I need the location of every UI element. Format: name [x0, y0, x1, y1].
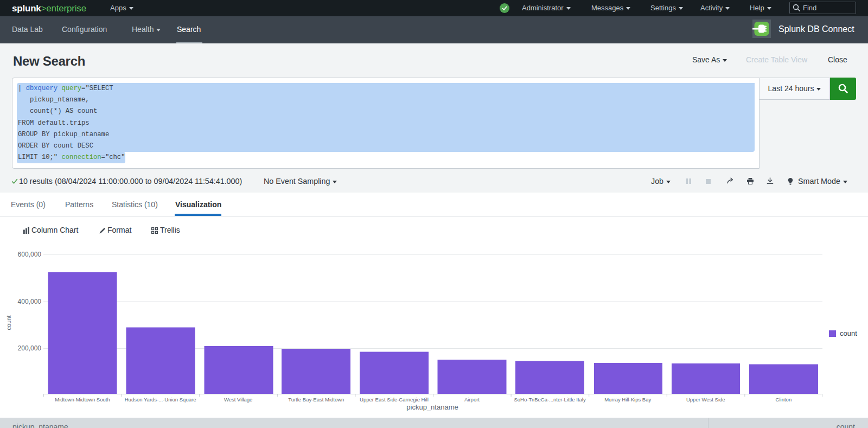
svg-text:Turtle Bay-East Midtown: Turtle Bay-East Midtown	[288, 397, 344, 403]
svg-text:Upper West Side: Upper West Side	[686, 397, 725, 403]
svg-text:400,000: 400,000	[18, 298, 42, 305]
svg-text:pickup_ntaname: pickup_ntaname	[406, 403, 458, 411]
svg-text:Murray Hill-Kips Bay: Murray Hill-Kips Bay	[604, 397, 651, 403]
svg-text:West Village: West Village	[224, 397, 252, 403]
svg-text:Upper East Side-Carnegie Hill: Upper East Side-Carnegie Hill	[360, 397, 429, 403]
svg-text:count: count	[840, 329, 857, 337]
svg-text:Clinton: Clinton	[776, 397, 792, 403]
svg-text:200,000: 200,000	[18, 344, 42, 352]
svg-text:SoHo-TriBeCa-...nter-Little It: SoHo-TriBeCa-...nter-Little Italy	[514, 397, 586, 403]
svg-text:Hudson Yards-...-Union Square: Hudson Yards-...-Union Square	[125, 397, 196, 403]
svg-text:count: count	[5, 316, 12, 330]
svg-text:Midtown-Midtown South: Midtown-Midtown South	[55, 397, 110, 403]
svg-text:600,000: 600,000	[18, 251, 42, 258]
svg-text:Airport: Airport	[464, 397, 480, 403]
